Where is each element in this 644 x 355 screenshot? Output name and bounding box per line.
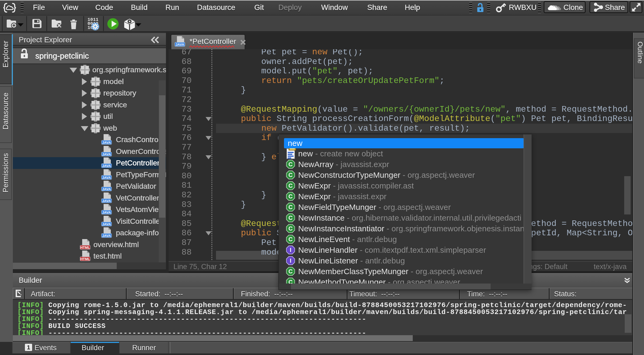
svg-text:C: C xyxy=(289,225,293,232)
svg-text:C: C xyxy=(289,236,293,243)
svg-text:C: C xyxy=(289,172,293,178)
svg-text:JAVA: JAVA xyxy=(102,187,111,191)
svg-text:C: C xyxy=(289,204,293,210)
svg-text:C: C xyxy=(289,279,293,284)
svg-text:C: C xyxy=(289,182,293,189)
svg-text:HTML: HTML xyxy=(80,245,90,249)
svg-text:JAVA: JAVA xyxy=(102,234,111,238)
svg-text:JAVA: JAVA xyxy=(102,141,111,145)
svg-text:JAVA: JAVA xyxy=(102,199,111,203)
svg-text:HTML: HTML xyxy=(80,257,90,261)
svg-text:JAVA: JAVA xyxy=(102,222,111,226)
svg-text:C: C xyxy=(289,193,293,200)
svg-text:JAVA: JAVA xyxy=(102,210,111,214)
svg-text:C: C xyxy=(289,268,293,275)
svg-text:JAVA: JAVA xyxy=(102,175,111,179)
svg-text:C: C xyxy=(289,161,293,168)
svg-text:JAVA: JAVA xyxy=(102,164,111,168)
svg-text:C: C xyxy=(289,214,293,221)
svg-text:I: I xyxy=(290,257,291,264)
svg-text:JAVA: JAVA xyxy=(176,43,184,47)
svg-text:JAVA: JAVA xyxy=(102,152,111,156)
svg-text:I: I xyxy=(290,247,291,253)
